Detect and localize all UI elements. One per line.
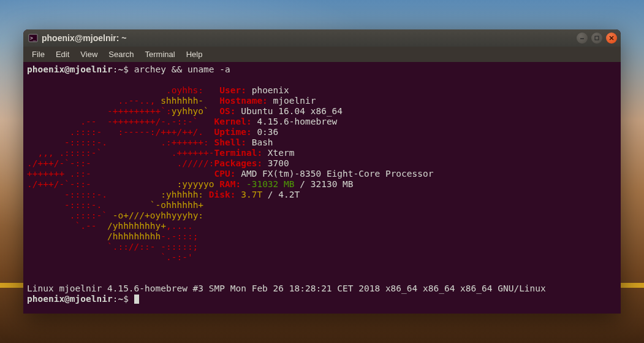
terminal-window: >_ phoenix@mjoelnir: ~ File Edit View Se… (23, 29, 621, 314)
info-os-label: OS: (219, 106, 235, 116)
prompt-path: ~ (118, 64, 123, 74)
info-hostname-value: mjoelnir (273, 96, 316, 106)
window-titlebar[interactable]: >_ phoenix@mjoelnir: ~ (23, 29, 621, 47)
uname-output: Linux mjoelnir 4.15.6-homebrew #3 SMP Mo… (27, 283, 546, 293)
ascii-art-line: .::::-` (27, 210, 113, 220)
info-packages-value: 3700 (268, 158, 289, 168)
menu-help[interactable]: Help (181, 48, 208, 61)
menu-file[interactable]: File (27, 48, 50, 61)
ascii-art-line: :yyyyyo (176, 179, 219, 189)
ascii-art-line: -:::::-. (27, 190, 161, 199)
info-hostname-label: Hostname: (219, 96, 268, 106)
prompt-userhost: phoenix@mjoelnir (27, 64, 113, 74)
ascii-art-line: /hhhhhhhhh (107, 231, 161, 241)
ascii-art-line: -::::-. (27, 200, 150, 210)
info-user-value: phoenix (252, 85, 289, 95)
ascii-art-line: .-- -++++++++/-.-::-` (27, 117, 214, 126)
info-cpu-value: AMD FX(tm)-8350 Eight-Core Processor (241, 169, 433, 179)
menu-search[interactable]: Search (104, 48, 138, 61)
info-terminal-value: Xterm (268, 148, 295, 158)
info-kernel-label: Kernel: (214, 117, 252, 126)
ascii-art-line: `.:://::- -:::::; (27, 242, 214, 252)
terminal-output[interactable]: phoenix@mjoelnir:~$ archey && uname -a .… (23, 62, 621, 314)
info-kernel-value: 4.15.6-homebrew (257, 117, 337, 126)
ascii-art-line: -+++++++++`: (27, 106, 172, 116)
info-ram-total: 32130 MB (311, 179, 354, 189)
info-ram-sep: / (295, 179, 311, 189)
info-disk-label: Disk: (209, 190, 236, 199)
cursor (134, 295, 139, 304)
ascii-art-line: -o+///+oyhhyyyhy: (113, 210, 220, 220)
info-disk-total: 4.2T (278, 190, 300, 199)
window-controls (577, 33, 617, 44)
ascii-art-line: yyhhyo` (172, 106, 220, 116)
prompt-userhost: phoenix@mjoelnir (27, 294, 113, 304)
info-disk-used: 3.7T (241, 190, 262, 199)
ascii-art-line: `.-- (27, 221, 107, 231)
prompt-sigil: $ (123, 64, 129, 74)
ascii-art-line: .oyhhs: (27, 85, 219, 95)
info-ram-label: RAM: (219, 179, 241, 189)
ascii-art-line: -.-:::; (161, 231, 219, 241)
info-packages-label: Packages: (214, 158, 263, 168)
ascii-art-line: `-ohhhhhh+ (150, 200, 214, 210)
info-terminal-label: Terminal: (214, 148, 263, 158)
info-uptime-label: Uptime: (214, 127, 252, 137)
ascii-art-line: ..--.., (27, 96, 161, 106)
menu-edit[interactable]: Edit (51, 48, 74, 61)
ascii-art-line: +++++++ .::- (27, 169, 209, 179)
info-shell-value: Bash (252, 137, 273, 147)
ascii-art-line (27, 231, 107, 241)
ascii-art-line: ,.... (166, 221, 219, 231)
info-shell-label: Shell: (214, 137, 246, 147)
ascii-art-line: `.-:-' (27, 252, 214, 262)
menu-view[interactable]: View (75, 48, 102, 61)
info-user-label: User: (219, 85, 246, 95)
info-uptime-value: 0:36 (257, 127, 278, 137)
close-button[interactable] (606, 33, 617, 44)
maximize-button[interactable] (591, 33, 602, 44)
info-os-value: Ubuntu 16.04 x86_64 (241, 106, 343, 116)
svg-rect-3 (595, 36, 599, 40)
prompt-path: ~ (118, 294, 123, 304)
info-cpu-label: CPU: (214, 169, 236, 179)
minimize-button[interactable] (577, 33, 588, 44)
window-title: phoenix@mjoelnir: ~ (42, 33, 127, 43)
info-disk-sep: / (262, 190, 278, 199)
ascii-art-line: shhhhhh- (161, 96, 219, 106)
ascii-art-line: -:::::-. .:++++++: (27, 137, 214, 147)
ascii-art-line: .::::- :-----:/+++/++/. (27, 127, 214, 137)
terminal-icon: >_ (28, 33, 38, 43)
svg-text:>_: >_ (30, 36, 36, 41)
ascii-art-line: ./+++/-`-::- (27, 179, 176, 189)
menubar: File Edit View Search Terminal Help (23, 47, 621, 62)
menu-terminal[interactable]: Terminal (140, 48, 180, 61)
ascii-art-line: /yhhhhhhhy+ (107, 221, 166, 231)
info-ram-used: -31032 MB (246, 179, 295, 189)
ascii-art-line (27, 263, 214, 272)
command-text: archey && uname -a (134, 64, 230, 74)
ascii-art-line: ,,, .:::::-` .++++++- (27, 148, 214, 158)
ascii-art-line: :yhhhhh: (161, 190, 209, 199)
prompt-sigil: $ (123, 294, 129, 304)
ascii-art-line: ./+++/-`-::- ./////: (27, 158, 214, 168)
